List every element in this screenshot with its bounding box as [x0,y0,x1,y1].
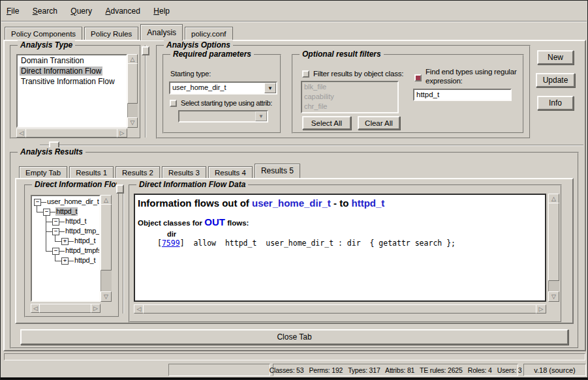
data-vscrollbar: △ ▽ [548,194,559,302]
data-hscrollbar: ◁ ▷ [134,304,546,314]
tree-expander-icon[interactable]: − [52,248,59,255]
scroll-down-button[interactable]: ▽ [548,291,559,302]
triangle-left-icon: ◁ [137,306,142,312]
classes-suffix: flows: [225,219,249,227]
classes-prefix: Object classes for [138,219,204,227]
triangle-up-icon: △ [104,197,108,203]
tree-expander-icon[interactable]: − [52,228,59,235]
scrollbar-track[interactable] [39,304,92,313]
triangle-right-icon: ▷ [539,306,544,312]
tree-node-httpd-tmpfs-t[interactable]: httpd_tmpfs_ [65,246,99,255]
notebook-content: Analysis Type Domain Transition Direct I… [1,1,588,380]
scrollbar-thumb[interactable] [39,304,92,313]
triangle-down-icon: ▽ [551,293,556,300]
tree-node-httpd-t[interactable]: httpd_t [65,217,87,226]
flow-data-text[interactable]: Information flows out of user_home_dir_t… [134,194,546,302]
tree-node-httpd-t[interactable]: httpd_t [74,256,96,265]
tree-vscrollbar: △ ▽ [101,195,112,302]
triangle-up-icon: △ [551,196,556,202]
flow-tree: − user_home_dir_t − httpd_t − httpd_t − … [31,195,101,302]
scrollbar-track[interactable] [101,204,112,293]
tree-expander-icon[interactable]: − [34,199,41,206]
flow-data-title: Direct Information Flow Data [136,180,248,189]
rule-bracket: ] [180,239,185,248]
flow-tree-title: Direct Information Flow T [32,180,117,189]
pane-sash-vertical[interactable] [123,194,124,314]
results-content: Direct Information Flow T [1,1,588,380]
close-tab-button[interactable]: Close Tab [20,329,568,345]
rule-number-link[interactable]: 7599 [162,239,180,248]
scrollbar-thumb[interactable] [548,203,559,281]
sash-handle[interactable] [116,184,124,194]
triangle-right-icon: ▷ [93,305,98,312]
tree-node-httpd-t-selected[interactable]: httpd_t [55,207,78,216]
scroll-right-button[interactable]: ▷ [536,304,546,314]
tree-expander-icon[interactable]: + [61,238,69,245]
tree-node-httpd-tmp-t[interactable]: httpd_tmp_t [65,227,99,235]
scroll-right-button[interactable]: ▷ [91,304,101,313]
tree-node-user-home-dir-t[interactable]: user_home_dir_t [46,197,99,206]
scrollbar-thumb[interactable] [101,204,112,270]
triangle-down-icon: ▽ [104,293,108,300]
flow-heading: Information flows out of user_home_dir_t… [138,197,384,209]
tree-expander-icon[interactable]: − [52,218,59,226]
rule-line: [7599] allow httpd_t user_home_dir_t : d… [157,239,456,248]
scroll-down-button[interactable]: ▽ [101,291,112,302]
scrollbar-track[interactable] [143,304,537,314]
close-tab-label: Close Tab [277,332,311,342]
heading-source-type: user_home_dir_t [252,197,331,209]
rule-text: allow httpd_t user_home_dir_t : dir { ge… [185,239,456,248]
application-window: File Search Query Advanced Help Policy C… [0,0,588,380]
flow-direction: OUT [204,216,225,227]
tree-expander-icon[interactable]: − [43,209,50,216]
tree-node-httpd-t[interactable]: httpd_t [74,237,96,245]
tree-expander-icon[interactable]: + [61,257,69,265]
triangle-left-icon: ◁ [33,305,38,312]
heading-target-type: httpd_t [352,197,385,209]
scrollbar-thumb[interactable] [143,304,537,314]
heading-prefix: Information flows out of [138,197,252,209]
heading-mid: - to [331,197,352,209]
scrollbar-track[interactable] [548,203,559,293]
tree-hscrollbar: ◁ ▷ [31,304,101,313]
object-classes-line: Object classes for OUT flows: [138,216,249,227]
rule-bracket: [ [157,239,162,248]
object-class-name: dir [167,230,176,238]
